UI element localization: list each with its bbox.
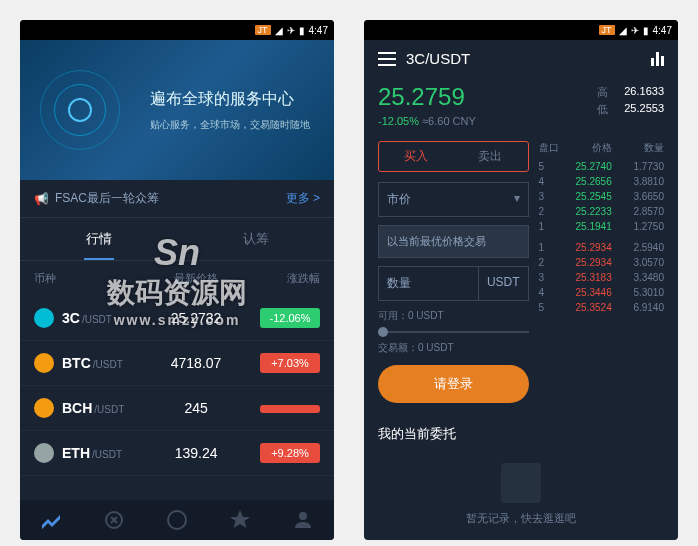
change-pct: -12.05% — [378, 115, 419, 127]
coin-row[interactable]: BTC/USDT4718.07+7.03% — [20, 341, 334, 386]
bid-row[interactable]: 425.34465.3010 — [539, 285, 664, 300]
coin-icon — [34, 308, 54, 328]
quantity-input[interactable]: 数量 USDT — [378, 266, 529, 301]
col-change: 涨跌幅 — [244, 271, 320, 286]
buy-tab[interactable]: 买入 — [379, 142, 453, 171]
bid-row[interactable]: 525.35246.9140 — [539, 300, 664, 315]
announcement-bar[interactable]: 📢 FSAC最后一轮众筹 更多 > — [20, 180, 334, 218]
amount-slider[interactable] — [378, 331, 529, 333]
chart-icon — [39, 508, 63, 532]
bid-row[interactable]: 125.29342.5940 — [539, 240, 664, 255]
empty-text: 暂无记录，快去逛逛吧 — [378, 511, 664, 526]
order-book: 盘口 价格 数量 525.27401.7730425.26563.8810325… — [539, 141, 664, 403]
coin-price: 4718.07 — [148, 355, 243, 371]
coin-symbol: ETH — [62, 445, 90, 461]
ask-row[interactable]: 225.22332.8570 — [539, 204, 664, 219]
chart-icon[interactable] — [651, 52, 664, 66]
coin-quote: /USDT — [93, 359, 123, 370]
svg-point-1 — [168, 511, 186, 529]
ask-row[interactable]: 125.19411.2750 — [539, 219, 664, 234]
change-badge: +9.28% — [260, 443, 320, 463]
menu-icon[interactable] — [378, 52, 396, 66]
coin-icon — [34, 353, 54, 373]
nav-trade[interactable] — [83, 508, 146, 532]
last-price: 25.2759 — [378, 83, 476, 111]
coin-symbol: BCH — [62, 400, 92, 416]
coin-price: 25.2732 — [148, 310, 243, 326]
coin-icon — [34, 398, 54, 418]
exchange-icon — [102, 508, 126, 532]
change-cny: ≈6.60 CNY — [422, 115, 476, 127]
tab-subscribe[interactable]: 认筹 — [177, 218, 334, 260]
buy-sell-tabs: 买入 卖出 — [378, 141, 529, 172]
hero-graphic-icon — [40, 70, 120, 150]
tab-market[interactable]: 行情 — [20, 218, 177, 260]
ob-col-price: 价格 — [559, 141, 611, 155]
nav-fav[interactable] — [208, 508, 271, 532]
coin-row[interactable]: BCH/USDT245 — [20, 386, 334, 431]
price-type-select[interactable]: 市价 — [378, 182, 529, 217]
coin-quote: /USDT — [94, 404, 124, 415]
low-value: 25.2553 — [624, 102, 664, 117]
wifi-icon: ◢ — [619, 25, 627, 36]
col-price: 最新价格 — [148, 271, 243, 286]
coin-price: 245 — [148, 400, 243, 416]
coin-list: 3C/USDT25.2732-12.06%BTC/USDT4718.07+7.0… — [20, 296, 334, 500]
airplane-icon: ✈ — [287, 25, 295, 36]
qty-unit: USDT — [478, 267, 528, 300]
ob-col-qty: 数量 — [612, 141, 664, 155]
sell-tab[interactable]: 卖出 — [453, 142, 527, 171]
trade-amount: 交易额：0 USDT — [378, 341, 529, 355]
price-hint: 以当前最优价格交易 — [378, 225, 529, 258]
available-balance: 可用：0 USDT — [378, 309, 529, 323]
order-form: 买入 卖出 市价 以当前最优价格交易 数量 USDT 可用：0 USDT 交易额… — [378, 141, 529, 403]
list-header: 币种 最新价格 涨跌幅 — [20, 261, 334, 296]
star-icon — [228, 508, 252, 532]
bid-row[interactable]: 325.31833.3480 — [539, 270, 664, 285]
announce-text: FSAC最后一轮众筹 — [55, 190, 159, 207]
hero-banner[interactable]: 遍布全球的服务中心 贴心服务，全球市场，交易随时随地 — [20, 40, 334, 180]
ob-col-index: 盘口 — [539, 141, 560, 155]
svg-point-2 — [299, 512, 307, 520]
login-button[interactable]: 请登录 — [378, 365, 529, 403]
coin-row[interactable]: 3C/USDT25.2732-12.06% — [20, 296, 334, 341]
compass-icon — [165, 508, 189, 532]
nav-discover[interactable] — [146, 508, 209, 532]
col-coin: 币种 — [34, 271, 148, 286]
trade-header: 3C/USDT — [364, 40, 678, 77]
market-screen: JT ◢ ✈ ▮ 4:47 遍布全球的服务中心 贴心服务，全球市场，交易随时随地… — [20, 20, 334, 540]
high-value: 26.1633 — [624, 85, 664, 100]
category-tabs: 行情 认筹 — [20, 218, 334, 261]
change-badge — [260, 405, 320, 413]
orders-title: 我的当前委托 — [378, 425, 664, 443]
airplane-icon: ✈ — [631, 25, 639, 36]
change-badge: +7.03% — [260, 353, 320, 373]
status-badge: JT — [255, 25, 271, 35]
ask-row[interactable]: 325.25453.6650 — [539, 189, 664, 204]
megaphone-icon: 📢 — [34, 192, 49, 206]
wifi-icon: ◢ — [275, 25, 283, 36]
hero-title: 遍布全球的服务中心 — [150, 89, 310, 110]
qty-field[interactable]: 数量 — [379, 267, 478, 300]
clock: 4:47 — [309, 25, 328, 36]
pair-title[interactable]: 3C/USDT — [406, 50, 641, 67]
clock: 4:47 — [653, 25, 672, 36]
high-label: 高 — [597, 85, 608, 100]
more-link[interactable]: 更多 > — [286, 190, 320, 207]
empty-orders: 暂无记录，快去逛逛吧 — [378, 463, 664, 526]
low-label: 低 — [597, 102, 608, 117]
nav-profile[interactable] — [271, 508, 334, 532]
price-summary: 25.2759 -12.05% ≈6.60 CNY 高26.1633 低25.2… — [364, 77, 678, 141]
ask-row[interactable]: 525.27401.7730 — [539, 159, 664, 174]
bid-row[interactable]: 225.29343.0570 — [539, 255, 664, 270]
coin-row[interactable]: ETH/USDT139.24+9.28% — [20, 431, 334, 476]
battery-icon: ▮ — [643, 25, 649, 36]
status-bar: JT ◢ ✈ ▮ 4:47 — [364, 20, 678, 40]
bottom-nav — [20, 500, 334, 540]
hero-subtitle: 贴心服务，全球市场，交易随时随地 — [150, 118, 310, 132]
trade-screen: JT ◢ ✈ ▮ 4:47 3C/USDT 25.2759 -12.05% ≈6… — [364, 20, 678, 540]
ask-row[interactable]: 425.26563.8810 — [539, 174, 664, 189]
user-icon — [291, 508, 315, 532]
coin-quote: /USDT — [82, 314, 112, 325]
nav-markets[interactable] — [20, 508, 83, 532]
